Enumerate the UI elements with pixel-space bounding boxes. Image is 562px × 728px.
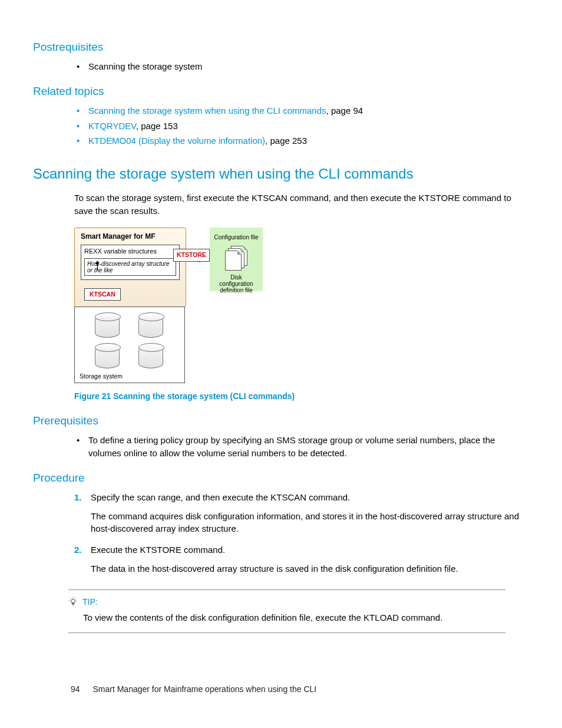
xref-link[interactable]: KTDEMO04 (Display the volume information… bbox=[88, 136, 265, 146]
disk-icon bbox=[95, 346, 120, 368]
disk-config-def-label: Disk configuration definition file bbox=[213, 274, 259, 294]
step-main: Execute the KTSTORE command. bbox=[91, 545, 225, 555]
ktscan-box: KTSCAN bbox=[84, 288, 121, 301]
tip-body: To view the contents of the disk configu… bbox=[68, 611, 505, 624]
disk-icon bbox=[95, 315, 120, 338]
rexx-label: REXX variable structures bbox=[84, 247, 176, 256]
step-sub: The command acquires disk configuration … bbox=[91, 510, 529, 536]
procedure-step: Execute the KTSTORE command. The data in… bbox=[74, 543, 529, 575]
prerequisites-body: To define a tiering policy group by spec… bbox=[74, 434, 529, 460]
storage-system-label: Storage system bbox=[80, 372, 123, 381]
tip-block: TIP: To view the contents of the disk co… bbox=[68, 589, 505, 633]
disk-icon bbox=[138, 315, 163, 338]
svg-rect-6 bbox=[72, 603, 74, 604]
smart-manager-box: Smart Manager for MF REXX variable struc… bbox=[74, 228, 186, 307]
xref-link[interactable]: Scanning the storage system when using t… bbox=[88, 106, 326, 116]
related-topics-heading: Related topics bbox=[33, 83, 529, 100]
section-intro: To scan the storage system, first execut… bbox=[74, 192, 529, 218]
svg-line-4 bbox=[70, 598, 71, 598]
file-stack-icon bbox=[225, 246, 247, 271]
ktstore-box: KTSTORE bbox=[173, 249, 210, 261]
list-item: To define a tiering policy group by spec… bbox=[74, 434, 529, 460]
procedure-step: Specify the scan range, and then execute… bbox=[74, 491, 529, 535]
page-footer: 94 Smart Manager for Mainframe operation… bbox=[71, 683, 316, 695]
step-sub: The data in the host-discovered array st… bbox=[91, 562, 529, 575]
svg-line-5 bbox=[75, 598, 76, 598]
disk-icon bbox=[138, 346, 163, 368]
tip-label: TIP: bbox=[82, 596, 98, 608]
xref-suffix: , page 94 bbox=[326, 106, 363, 116]
smart-manager-title: Smart Manager for MF bbox=[81, 232, 180, 242]
storage-system-box: Storage system bbox=[74, 307, 185, 383]
step-main: Specify the scan range, and then execute… bbox=[91, 492, 350, 502]
figure-diagram: Smart Manager for MF REXX variable struc… bbox=[74, 228, 263, 383]
lightbulb-icon bbox=[68, 597, 78, 607]
figure-caption: Figure 21 Scanning the storage system (C… bbox=[74, 390, 529, 402]
postrequisites-heading: Postrequisites bbox=[33, 39, 529, 55]
config-file-panel: Configuration file Disk configuration de… bbox=[210, 228, 263, 291]
list-item: Scanning the storage system bbox=[74, 60, 529, 73]
postrequisites-body: Scanning the storage system bbox=[74, 60, 529, 73]
list-item: KTQRYDEV, page 153 bbox=[74, 120, 529, 133]
list-item: Scanning the storage system when using t… bbox=[74, 104, 529, 117]
config-file-label: Configuration file bbox=[213, 233, 259, 242]
list-item: KTDEMO04 (Display the volume information… bbox=[74, 134, 529, 147]
related-topics-body: Scanning the storage system when using t… bbox=[74, 104, 529, 147]
page-number: 94 bbox=[71, 684, 80, 694]
xref-suffix: , page 153 bbox=[136, 121, 178, 131]
procedure-heading: Procedure bbox=[33, 470, 529, 486]
svg-point-0 bbox=[71, 599, 75, 603]
xref-suffix: , page 253 bbox=[265, 136, 307, 146]
procedure-body: Specify the scan range, and then execute… bbox=[74, 491, 529, 575]
footer-chapter: Smart Manager for Mainframe operations w… bbox=[92, 684, 316, 694]
section-heading: Scanning the storage system when using t… bbox=[33, 164, 529, 185]
arrow-up-icon bbox=[97, 263, 98, 271]
xref-link[interactable]: KTQRYDEV bbox=[88, 121, 136, 131]
prerequisites-heading: Prerequisites bbox=[33, 413, 529, 429]
